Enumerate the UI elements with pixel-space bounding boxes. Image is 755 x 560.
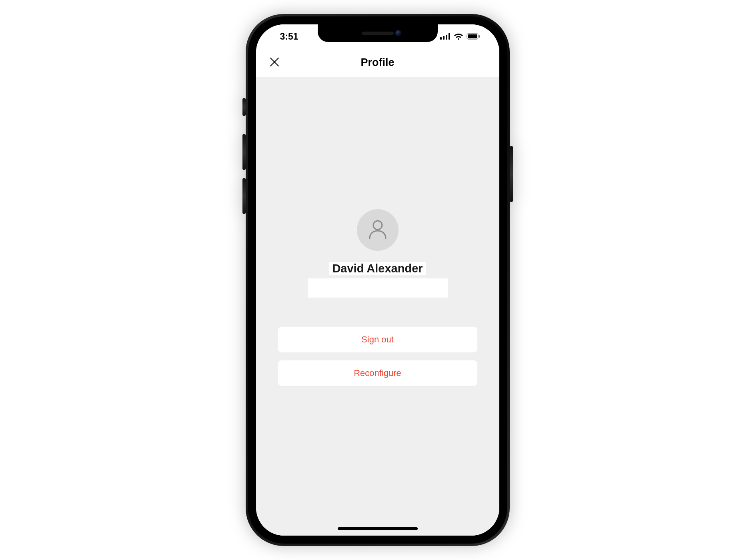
- sign-out-button[interactable]: Sign out: [278, 326, 478, 353]
- svg-rect-0: [440, 37, 442, 40]
- svg-rect-6: [479, 35, 480, 38]
- svg-point-7: [373, 221, 382, 230]
- front-camera: [395, 30, 402, 36]
- svg-rect-3: [449, 33, 450, 40]
- speaker-grille: [362, 32, 394, 35]
- wifi-icon: [454, 33, 463, 40]
- cellular-icon: [440, 33, 451, 40]
- mute-switch: [242, 98, 246, 116]
- profile-sub-box: [308, 278, 448, 298]
- reconfigure-button[interactable]: Reconfigure: [278, 360, 478, 386]
- power-button: [510, 146, 513, 202]
- content-area: David Alexander Sign out Reconfigure: [256, 77, 499, 536]
- reconfigure-label: Reconfigure: [354, 368, 401, 378]
- notch: [318, 24, 438, 42]
- volume-down-button: [242, 178, 246, 214]
- nav-bar: Profile: [256, 48, 499, 77]
- close-button[interactable]: [266, 55, 282, 71]
- battery-icon: [467, 33, 480, 40]
- volume-up-button: [242, 134, 246, 170]
- svg-rect-5: [468, 34, 477, 38]
- profile-name-wrap: David Alexander: [308, 262, 448, 298]
- action-buttons: Sign out Reconfigure: [256, 326, 499, 386]
- page-title: Profile: [360, 56, 394, 69]
- home-indicator[interactable]: [338, 527, 418, 530]
- sign-out-label: Sign out: [361, 334, 394, 345]
- svg-rect-2: [446, 35, 447, 40]
- close-icon: [269, 57, 280, 69]
- phone-frame: 3:51: [246, 14, 510, 546]
- status-icons: [440, 33, 480, 40]
- status-time: 3:51: [280, 31, 298, 42]
- svg-rect-1: [443, 36, 445, 40]
- profile-name: David Alexander: [329, 262, 426, 275]
- avatar[interactable]: [357, 209, 399, 251]
- screen: 3:51: [256, 24, 499, 536]
- person-icon: [366, 218, 389, 242]
